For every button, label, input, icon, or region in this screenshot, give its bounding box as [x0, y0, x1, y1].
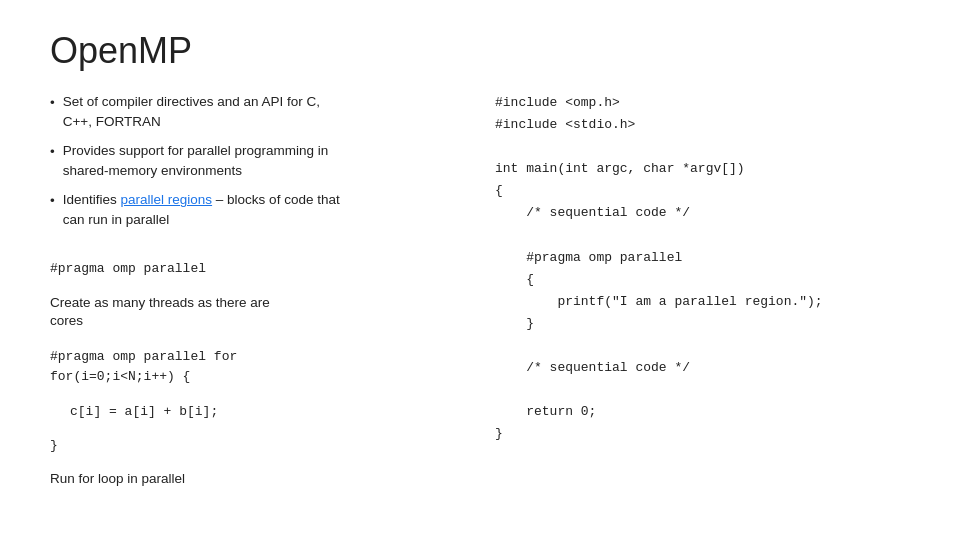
code-line-1: #pragma omp parallel for: [50, 349, 237, 364]
code-block-close: }: [50, 436, 465, 456]
code-line-4: }: [50, 438, 58, 453]
description-run-for: Run for loop in parallel: [50, 470, 465, 489]
right-panel: #include <omp.h> #include <stdio.h> int …: [495, 92, 910, 510]
list-item: Identifies parallel regions – blocks of …: [50, 190, 465, 229]
list-item: Set of compiler directives and an API fo…: [50, 92, 465, 131]
code-block-pragma-for: #pragma omp parallel for for(i=0;i<N;i++…: [50, 347, 465, 387]
list-item: Provides support for parallel programmin…: [50, 141, 465, 180]
content-area: Set of compiler directives and an API fo…: [50, 92, 910, 510]
bullet-text-3: Identifies parallel regions – blocks of …: [63, 190, 343, 229]
description-threads: Create as many threads as there are core…: [50, 294, 465, 332]
left-panel: Set of compiler directives and an API fo…: [50, 92, 465, 510]
bullet-text-1: Set of compiler directives and an API fo…: [63, 92, 343, 131]
code-block-pragma-parallel: #pragma omp parallel: [50, 259, 465, 279]
page-title: OpenMP: [50, 30, 910, 72]
code-line-2: for(i=0;i<N;i++) {: [50, 369, 190, 384]
right-code-block: #include <omp.h> #include <stdio.h> int …: [495, 92, 823, 446]
parallel-regions-link: parallel regions: [121, 192, 213, 207]
code-line-3: c[i] = a[i] + b[i];: [50, 404, 218, 419]
bullet-text-2: Provides support for parallel programmin…: [63, 141, 343, 180]
bullet-list: Set of compiler directives and an API fo…: [50, 92, 465, 239]
code-block-body: c[i] = a[i] + b[i];: [50, 402, 465, 422]
slide: OpenMP Set of compiler directives and an…: [0, 0, 960, 540]
